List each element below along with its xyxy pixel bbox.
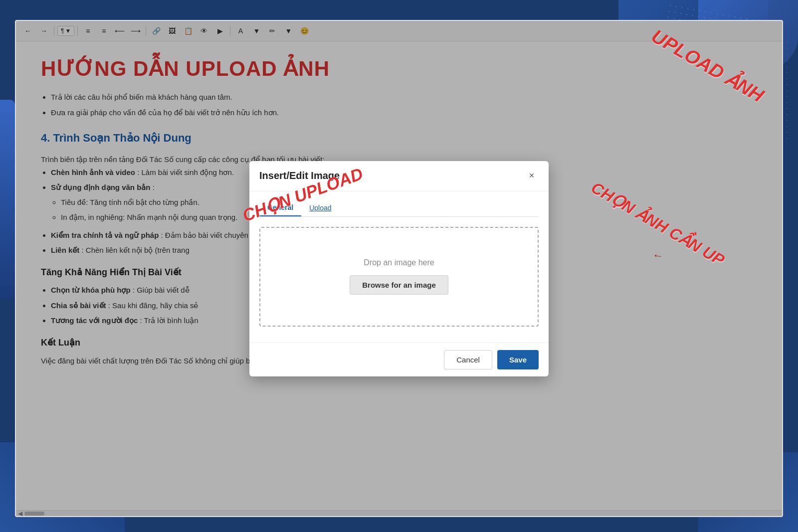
modal-header: Insert/Edit Image × <box>249 161 549 191</box>
tab-general[interactable]: General <box>259 199 301 216</box>
modal-title: Insert/Edit Image <box>259 170 340 181</box>
modal-tabs: General Upload <box>259 199 539 217</box>
tab-upload[interactable]: Upload <box>301 199 339 216</box>
drop-zone-text: Drop an image here <box>364 258 434 267</box>
browse-for-image-button[interactable]: Browse for an image <box>350 275 448 295</box>
save-button[interactable]: Save <box>497 350 539 369</box>
modal-body: General Upload Drop an image here Browse… <box>249 191 549 343</box>
modal-overlay: Insert/Edit Image × General Upload Drop … <box>16 21 782 516</box>
editor-container: ← → ¶ ▼ ≡ ≡ ⟵ ⟶ 🔗 🖼 📋 👁 ▶ A ▼ ✏ ▼ 😊 HƯỚN… <box>15 20 783 517</box>
modal-footer: Cancel Save <box>249 343 549 376</box>
insert-edit-image-modal: Insert/Edit Image × General Upload Drop … <box>249 161 549 376</box>
modal-close-button[interactable]: × <box>525 169 539 183</box>
cancel-button[interactable]: Cancel <box>444 350 492 369</box>
image-drop-zone[interactable]: Drop an image here Browse for an image <box>259 227 539 327</box>
